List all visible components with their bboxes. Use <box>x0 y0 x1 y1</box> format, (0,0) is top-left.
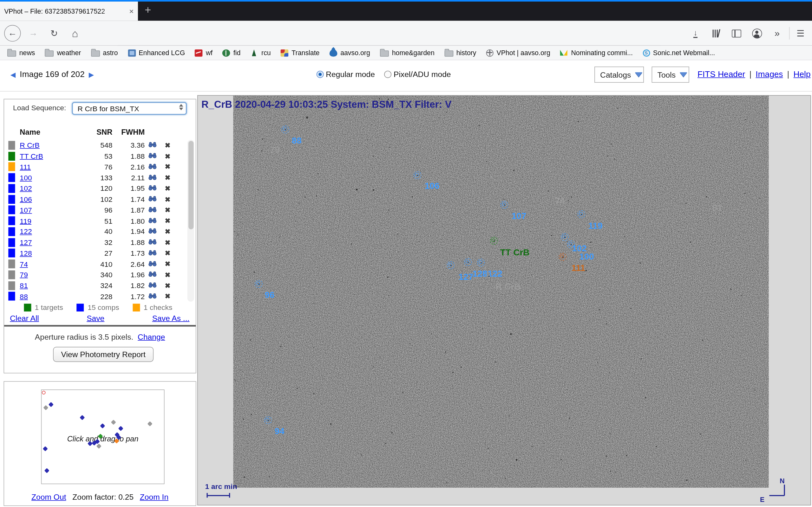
clear-all-link[interactable]: Clear All <box>10 314 39 323</box>
remove-star-button[interactable]: ✖ <box>160 228 175 236</box>
sidebars-button[interactable] <box>728 25 745 42</box>
zoom-to-star-button[interactable] <box>145 195 160 204</box>
remove-star-button[interactable]: ✖ <box>160 141 175 149</box>
star-name-link[interactable]: 106 <box>20 195 77 204</box>
zoom-to-star-button[interactable] <box>145 238 160 246</box>
star-marker-R-CrB[interactable] <box>485 272 493 280</box>
table-scrollbar-thumb[interactable] <box>188 141 193 229</box>
remove-star-button[interactable]: ✖ <box>160 217 175 225</box>
star-name-link[interactable]: 128 <box>20 249 77 257</box>
zoom-to-star-button[interactable] <box>145 152 160 160</box>
bookmark-fid[interactable]: fid <box>222 49 241 57</box>
pan-minimap[interactable]: Click and drag to pan <box>41 389 165 484</box>
zoom-to-star-button[interactable] <box>145 163 160 171</box>
table-scrollbar[interactable] <box>188 140 194 301</box>
star-marker-127[interactable] <box>447 262 455 269</box>
star-name-link[interactable]: 119 <box>20 217 77 225</box>
star-marker-79[interactable] <box>258 135 266 143</box>
remove-star-button[interactable]: ✖ <box>160 184 175 192</box>
star-name-link[interactable]: 88 <box>20 292 77 300</box>
star-marker-88[interactable] <box>281 125 289 133</box>
home-button[interactable]: ⌂ <box>67 25 84 42</box>
star-name-link[interactable]: 102 <box>20 184 77 193</box>
remove-star-button[interactable]: ✖ <box>160 206 175 214</box>
star-name-link[interactable]: R CrB <box>20 141 77 149</box>
fits-image-panel[interactable]: R_CrB 2020-04-29 10:03:25 System: BSM_TX… <box>197 95 811 505</box>
zoom-out-link[interactable]: Zoom Out <box>32 493 66 501</box>
zoom-to-star-button[interactable] <box>145 292 160 300</box>
zoom-to-star-button[interactable] <box>145 217 160 225</box>
aperture-change-link[interactable]: Change <box>138 332 165 341</box>
next-image-icon[interactable]: ▶ <box>89 70 94 78</box>
account-button[interactable] <box>749 25 765 42</box>
remove-star-button[interactable]: ✖ <box>160 292 175 300</box>
downloads-button[interactable]: ↓ <box>687 25 704 42</box>
regular-mode-radio[interactable] <box>316 71 324 78</box>
bookmark-news[interactable]: news <box>7 49 35 57</box>
zoom-to-star-button[interactable] <box>145 260 160 268</box>
star-marker-94[interactable] <box>264 416 272 424</box>
images-link[interactable]: Images <box>756 70 783 79</box>
library-button[interactable] <box>708 25 725 42</box>
star-name-link[interactable]: 100 <box>20 173 77 181</box>
menu-button[interactable]: ☰ <box>792 25 809 42</box>
star-name-link[interactable]: 111 <box>20 163 77 171</box>
star-marker-106[interactable] <box>414 171 421 179</box>
zoom-to-star-button[interactable] <box>145 173 160 181</box>
zoom-to-star-button[interactable] <box>145 271 160 279</box>
star-marker-102[interactable] <box>561 233 569 241</box>
save-as-link[interactable]: Save As ... <box>152 314 190 323</box>
star-name-link[interactable]: 122 <box>20 228 77 236</box>
star-name-link[interactable]: 74 <box>20 260 77 268</box>
bookmark-rcu[interactable]: rcu <box>251 49 271 57</box>
bookmark-enhanced-lcg[interactable]: Enhanced LCG <box>128 49 185 57</box>
remove-star-button[interactable]: ✖ <box>160 271 175 279</box>
tools-button[interactable]: Tools <box>652 66 689 83</box>
remove-star-button[interactable]: ✖ <box>160 174 175 181</box>
browser-tab[interactable]: VPhot – File: 6372385379617522 × <box>0 2 138 21</box>
star-name-link[interactable]: 79 <box>20 271 77 279</box>
zoom-to-star-button[interactable] <box>145 281 160 290</box>
star-name-link[interactable]: 127 <box>20 238 77 246</box>
pixel-adu-mode-radio[interactable] <box>384 71 392 78</box>
zoom-in-link[interactable]: Zoom In <box>140 493 168 501</box>
load-sequence-select[interactable]: R CrB for BSM_TX <box>72 102 187 115</box>
star-marker-81[interactable] <box>703 193 711 201</box>
star-marker-111[interactable] <box>559 253 567 261</box>
fits-header-link[interactable]: FITS Header <box>698 70 745 79</box>
star-marker-100[interactable] <box>567 240 575 248</box>
tab-close-icon[interactable]: × <box>129 7 134 15</box>
prev-image-icon[interactable]: ◀ <box>10 70 15 78</box>
remove-star-button[interactable]: ✖ <box>160 282 175 290</box>
zoom-to-star-button[interactable] <box>145 141 160 149</box>
remove-star-button[interactable]: ✖ <box>160 163 175 171</box>
zoom-to-star-button[interactable] <box>145 228 160 236</box>
bookmark-sonic-net-webmail-[interactable]: SSonic.net Webmail... <box>643 49 715 57</box>
back-button[interactable]: ← <box>4 25 21 42</box>
zoom-to-star-button[interactable] <box>145 249 160 257</box>
star-marker-128[interactable] <box>464 258 472 266</box>
star-marker-74[interactable] <box>544 187 552 195</box>
bookmark-astro[interactable]: astro <box>91 49 118 57</box>
star-marker-122[interactable] <box>477 259 485 267</box>
new-tab-button[interactable]: + <box>145 4 151 15</box>
save-link[interactable]: Save <box>87 314 104 323</box>
star-name-link[interactable]: 81 <box>20 281 77 290</box>
bookmark-wf[interactable]: wf <box>195 49 212 57</box>
remove-star-button[interactable]: ✖ <box>160 249 175 257</box>
reload-button[interactable]: ↻ <box>46 25 62 42</box>
bookmark-history[interactable]: history <box>444 49 476 57</box>
star-marker-119[interactable] <box>577 210 586 218</box>
star-name-link[interactable]: 107 <box>20 206 77 214</box>
remove-star-button[interactable]: ✖ <box>160 195 175 203</box>
zoom-to-star-button[interactable] <box>145 184 160 193</box>
overflow-button[interactable]: » <box>769 25 786 42</box>
regular-mode-option[interactable]: Regular mode <box>316 70 375 78</box>
pixel-adu-mode-option[interactable]: Pixel/ADU mode <box>384 70 451 78</box>
catalogs-button[interactable]: Catalogs <box>595 66 644 83</box>
remove-star-button[interactable]: ✖ <box>160 260 175 268</box>
bookmark-weather[interactable]: weather <box>45 49 81 57</box>
bookmark-translate[interactable]: Translate <box>281 49 320 57</box>
star-marker-96[interactable] <box>255 280 263 288</box>
help-link[interactable]: Help <box>794 70 811 79</box>
